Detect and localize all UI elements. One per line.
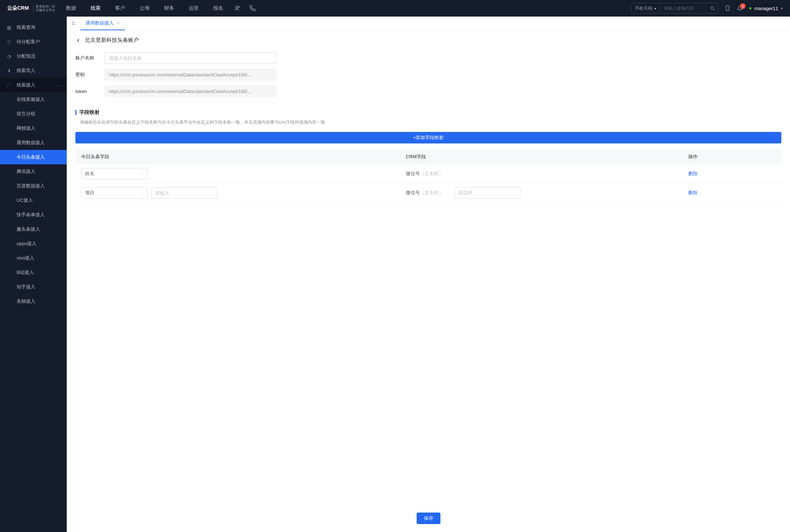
add-mapping-button[interactable]: +添加字段映射 [75, 132, 781, 143]
footer-bar: 保存 [67, 507, 790, 532]
sidebar-item-label: 待分配客户 [17, 39, 40, 45]
page-content: 北京昱新科技头条账户 账户名称 密钥 token 字段映射 请确保您在此填写的头… [67, 30, 790, 507]
table-header-action: 操作 [683, 149, 781, 164]
sidebar-item-label: 线索查询 [17, 24, 35, 31]
form-row-key: 密钥 [75, 69, 781, 80]
page-title: 北京昱新科技头条账户 [85, 37, 139, 44]
section-title: 字段映射 [75, 109, 781, 116]
sidebar-item[interactable]: ◔分配情况 [0, 49, 67, 63]
nav-item[interactable]: 报名 [213, 0, 223, 17]
sidebar-item[interactable]: ⬇线索导入 [0, 63, 67, 78]
section-bar-icon [75, 110, 76, 115]
field-select[interactable]: 姓名⌄ [81, 168, 148, 179]
logo-divider [33, 5, 34, 12]
back-arrow-icon[interactable] [75, 37, 81, 43]
bell-icon[interactable]: 5 [737, 5, 743, 11]
section-text: 字段映射 [79, 109, 100, 116]
tab-active[interactable]: 通用数据接入 ✕ [80, 17, 125, 30]
table-header-crm: CRM字段 [400, 149, 683, 164]
search-input[interactable] [660, 6, 707, 11]
sidebar-sub-item[interactable]: 在线客服接入 [0, 92, 67, 107]
sidebar-item[interactable]: ▦线索查询 [0, 20, 67, 35]
sidebar-sub-item[interactable]: UC接入 [0, 193, 67, 208]
sidebar-sub-item[interactable]: 今日头条接入 [0, 150, 67, 164]
nav-item[interactable]: 客户 [115, 0, 125, 17]
sidebar-sub-item[interactable]: 知乎接入 [0, 280, 67, 294]
sidebar-item-parent[interactable]: ☄线索接入︿ [0, 78, 67, 92]
nav-menu: 数据线索客户公海财务运营报名 [66, 0, 223, 17]
sidebar-icon: ▽ [6, 39, 12, 45]
sidebar-sub-item[interactable]: 快手表单接入 [0, 208, 67, 222]
chevron-down-icon: ⌄ [141, 191, 144, 195]
tabs-bar: 通用数据接入 ✕ [67, 17, 790, 30]
account-name-input[interactable] [104, 52, 277, 64]
table-row: 项目⌄微信号（文本框）请选择⌄删除 [75, 183, 781, 203]
header-right: 手机号码 ▾ 5 manager11 ▾ [631, 3, 783, 14]
sidebar-icon: ◔ [6, 54, 12, 59]
main-content: 通用数据接入 ✕ 北京昱新科技头条账户 账户名称 密钥 token [67, 17, 790, 532]
mapping-table: 今日头条字段 CRM字段 操作 姓名⌄微信号（文本框）删除项目⌄微信号（文本框）… [75, 149, 781, 203]
sidebar-collapse-button[interactable] [67, 17, 80, 30]
chevron-down-icon: ▾ [654, 6, 656, 10]
phone-icon[interactable] [725, 5, 730, 11]
crm-option-select[interactable]: 请选择⌄ [454, 187, 521, 199]
secret-key-input[interactable] [104, 69, 277, 80]
search-button[interactable] [707, 6, 718, 11]
svg-line-4 [714, 9, 715, 10]
sidebar-sub-item[interactable]: 留言分组 [0, 107, 67, 121]
user-menu[interactable]: manager11 ▾ [749, 6, 783, 11]
svg-point-3 [711, 6, 714, 9]
sidebar-item[interactable]: ▽待分配客户 [0, 35, 67, 49]
sidebar: ▦线索查询▽待分配客户◔分配情况⬇线索导入☄线索接入︿在线客服接入留言分组网校接… [0, 17, 67, 532]
form-label: 密钥 [75, 71, 100, 78]
page-header: 北京昱新科技头条账户 [75, 37, 781, 44]
close-icon[interactable]: ✕ [117, 21, 120, 25]
user-add-icon[interactable] [234, 5, 241, 12]
field-extra-input[interactable] [151, 187, 218, 199]
sidebar-icon: ⬇ [6, 68, 12, 74]
svg-point-0 [236, 6, 238, 8]
token-input[interactable] [104, 85, 277, 97]
sidebar-item-label: 线索接入 [17, 82, 35, 88]
status-dot-icon [749, 7, 751, 9]
logo-brand: 云朵CRM [7, 5, 29, 12]
tab-label: 通用数据接入 [85, 20, 114, 26]
chevron-down-icon: ▾ [781, 6, 783, 10]
crm-field-label: 微信号（文本框） [406, 190, 443, 196]
sidebar-sub-item[interactable]: 百度数据接入 [0, 179, 67, 193]
sidebar-sub-item[interactable]: 通用数据接入 [0, 136, 67, 150]
chevron-down-icon: ⌄ [514, 191, 517, 195]
nav-item[interactable]: 数据 [66, 0, 76, 17]
nav-item[interactable]: 线索 [91, 0, 101, 17]
nav-item[interactable]: 财务 [164, 0, 174, 17]
form-label: 账户名称 [75, 55, 100, 61]
nav-item[interactable]: 运营 [189, 0, 199, 17]
crm-field-label: 微信号（文本框） [406, 170, 443, 177]
sidebar-sub-item[interactable]: 美柚接入 [0, 294, 67, 309]
save-button[interactable]: 保存 [417, 513, 440, 524]
sidebar-icon: ☄ [6, 83, 12, 88]
sidebar-sub-item[interactable]: oppo接入 [0, 236, 67, 251]
field-select[interactable]: 项目⌄ [81, 187, 148, 199]
global-search: 手机号码 ▾ [631, 3, 718, 14]
notification-badge: 5 [740, 3, 746, 9]
username: manager11 [754, 6, 778, 11]
sidebar-icon: ▦ [6, 25, 12, 30]
search-type-select[interactable]: 手机号码 ▾ [631, 3, 660, 13]
sidebar-sub-item[interactable]: B站接入 [0, 265, 67, 280]
section-description: 请确保您在此填写的头条自定义字段名称与在今日头条平台中自定义的字段名称一致，并且… [75, 119, 781, 125]
nav-item[interactable]: 公海 [140, 0, 150, 17]
sidebar-item-label: 线索导入 [17, 67, 35, 74]
form-label: token [75, 89, 100, 94]
sidebar-sub-item[interactable]: 趣头条接入 [0, 222, 67, 236]
logo: 云朵CRM 教育机构一站式服务云平台 [7, 5, 55, 12]
phone-call-icon[interactable] [249, 5, 256, 12]
form-row-token: token [75, 85, 781, 97]
sidebar-sub-item[interactable]: 网校接入 [0, 121, 67, 136]
table-header-field: 今日头条字段 [75, 149, 400, 164]
sidebar-sub-item[interactable]: vivo接入 [0, 251, 67, 265]
delete-action[interactable]: 删除 [688, 190, 698, 195]
delete-action[interactable]: 删除 [688, 171, 698, 176]
table-row: 姓名⌄微信号（文本框）删除 [75, 164, 781, 183]
sidebar-sub-item[interactable]: 腾讯接入 [0, 164, 67, 179]
